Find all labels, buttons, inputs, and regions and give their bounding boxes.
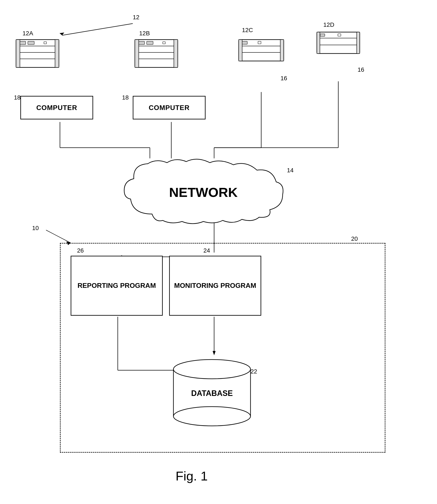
- svg-rect-45: [258, 41, 261, 44]
- svg-rect-53: [317, 32, 320, 54]
- svg-rect-27: [19, 41, 26, 45]
- svg-rect-39: [135, 39, 139, 68]
- diagram: 12 12A 18 COMPUTER 12B: [0, 0, 437, 504]
- monitoring-program-box: MONITORING PROGRAM: [169, 256, 261, 316]
- svg-rect-51: [320, 34, 325, 36]
- svg-rect-40: [174, 39, 178, 68]
- svg-rect-31: [55, 39, 59, 68]
- svg-rect-54: [357, 32, 360, 54]
- server-12a: [14, 35, 61, 74]
- svg-rect-28: [28, 41, 34, 45]
- svg-rect-46: [239, 39, 242, 61]
- svg-rect-37: [147, 41, 153, 45]
- ref-16c: 16: [280, 75, 287, 82]
- svg-rect-29: [44, 42, 47, 44]
- svg-rect-44: [242, 41, 247, 44]
- network-cloud: NETWORK: [120, 158, 287, 225]
- svg-text:NETWORK: NETWORK: [169, 185, 238, 200]
- ref-12c: 12C: [242, 27, 253, 34]
- ref-18b: 18: [122, 94, 129, 101]
- ref-12: 12: [133, 14, 139, 21]
- server-12c: [234, 33, 288, 68]
- svg-rect-38: [163, 42, 165, 44]
- svg-rect-52: [338, 34, 341, 36]
- ref-24: 24: [203, 247, 210, 254]
- computer-box-b: COMPUTER: [133, 96, 206, 119]
- computer-box-a: COMPUTER: [20, 96, 93, 119]
- database-shape: DATABASE: [171, 356, 253, 431]
- svg-text:DATABASE: DATABASE: [191, 389, 233, 398]
- fig-caption: Fig. 1: [176, 469, 208, 484]
- svg-marker-1: [60, 32, 64, 35]
- server-12b: [133, 35, 180, 74]
- svg-rect-30: [16, 39, 20, 68]
- ref-12d: 12D: [323, 21, 334, 28]
- svg-point-58: [173, 407, 250, 426]
- svg-rect-47: [280, 39, 284, 61]
- ref-14: 14: [287, 167, 294, 174]
- ref-20: 20: [351, 235, 358, 242]
- server-12d: [315, 28, 362, 61]
- svg-line-21: [46, 230, 71, 243]
- svg-point-57: [173, 359, 250, 379]
- svg-rect-36: [138, 41, 145, 45]
- ref-10: 10: [32, 225, 39, 232]
- reporting-program-box: REPORTING PROGRAM: [71, 256, 163, 316]
- ref-18a: 18: [14, 94, 20, 101]
- svg-line-0: [62, 24, 133, 35]
- ref-26: 26: [77, 247, 84, 254]
- ref-16d: 16: [358, 66, 364, 73]
